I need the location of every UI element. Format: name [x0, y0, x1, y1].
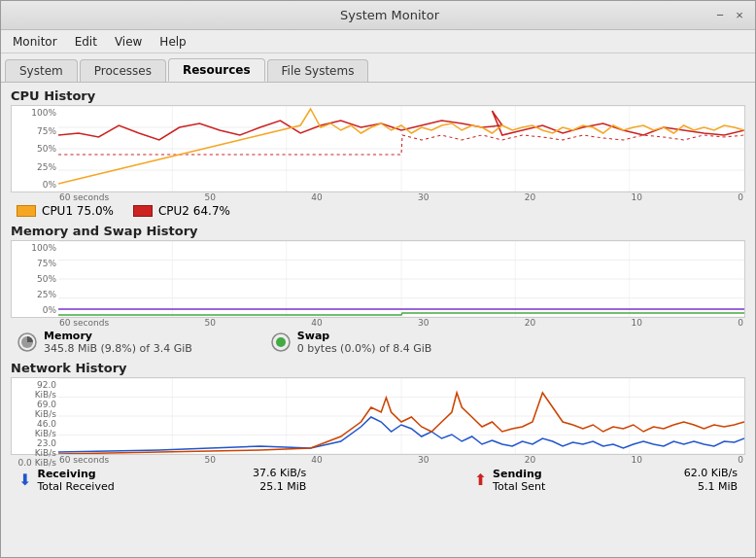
- network-y-labels: 92.0 KiB/s 69.0 KiB/s 46.0 KiB/s 23.0 Ki…: [12, 378, 58, 454]
- close-button[interactable]: ×: [732, 8, 747, 23]
- cpu1-color-box: [17, 205, 36, 217]
- swap-legend-item: Swap 0 bytes (0.0%) of 8.4 GiB: [270, 330, 432, 355]
- network-x-labels: 60 seconds 50 40 30 20 10 0: [57, 455, 745, 465]
- cpu-x-50: 50: [204, 192, 215, 202]
- cpu-y-50: 50%: [14, 144, 56, 154]
- cpu-y-labels: 100% 75% 50% 25% 0%: [12, 106, 58, 192]
- cpu-chart-area: [58, 106, 744, 192]
- net-x-40: 40: [311, 455, 322, 465]
- swap-sublabel: 0 bytes (0.0%) of 8.4 GiB: [297, 342, 432, 355]
- swap-icon: [270, 331, 292, 353]
- sending-icon: ⬆: [474, 471, 487, 489]
- cpu1-legend-item: CPU1 75.0%: [17, 204, 114, 218]
- tab-filesystems[interactable]: File Systems: [267, 59, 369, 82]
- net-x-10: 10: [631, 455, 641, 465]
- window-title: System Monitor: [67, 8, 712, 22]
- mem-y-25: 25%: [14, 290, 56, 299]
- receiving-icon: ⬇: [18, 471, 31, 489]
- cpu2-color-box: [133, 205, 153, 217]
- menu-bar: Monitor Edit View Help: [1, 30, 755, 53]
- network-section: Network History 92.0 KiB/s 69.0 KiB/s 46…: [11, 361, 745, 495]
- cpu2-legend-item: CPU2 64.7%: [133, 204, 230, 218]
- mem-x-30: 30: [418, 318, 429, 328]
- network-chart-svg: [58, 378, 744, 454]
- mem-x-40: 40: [311, 318, 322, 328]
- memory-chart-svg: [58, 241, 744, 317]
- memory-y-labels: 100% 75% 50% 25% 0%: [12, 241, 58, 317]
- cpu1-label: CPU1 75.0%: [42, 204, 114, 218]
- memory-section: Memory and Swap History 100% 75% 50% 25%…: [11, 224, 745, 357]
- memory-x-labels: 60 seconds 50 40 30 20 10 0: [57, 318, 745, 328]
- network-chart: 92.0 KiB/s 69.0 KiB/s 46.0 KiB/s 23.0 Ki…: [11, 377, 745, 455]
- net-y-69: 69.0 KiB/s: [14, 400, 56, 419]
- main-window: System Monitor − × Monitor Edit View Hel…: [0, 0, 756, 558]
- mem-y-75: 75%: [14, 259, 56, 268]
- memory-label: Memory: [44, 330, 192, 342]
- network-legend: ⬇ Receiving Total Received 37.6 KiB/s 25…: [11, 465, 745, 495]
- mem-y-0: 0%: [14, 305, 56, 315]
- cpu-x-20: 20: [525, 192, 535, 202]
- mem-x-50: 50: [204, 318, 215, 328]
- mem-y-50: 50%: [14, 274, 56, 284]
- memory-chart-area: [58, 241, 744, 317]
- tab-processes[interactable]: Processes: [80, 59, 166, 82]
- cpu-chart: 100% 75% 50% 25% 0%: [11, 105, 745, 192]
- network-section-title: Network History: [11, 361, 745, 375]
- receiving-legend: ⬇ Receiving Total Received: [18, 468, 115, 493]
- window-controls: − ×: [712, 8, 747, 23]
- receiving-label: Receiving: [37, 468, 114, 480]
- net-x-60: 60 seconds: [59, 455, 109, 465]
- receiving-values: 37.6 KiB/s 25.1 MiB: [253, 467, 306, 493]
- mem-x-20: 20: [525, 318, 535, 328]
- mem-x-10: 10: [631, 318, 641, 328]
- menu-edit[interactable]: Edit: [67, 33, 105, 51]
- net-y-23: 23.0 KiB/s: [14, 438, 56, 458]
- cpu-x-60: 60 seconds: [59, 192, 109, 202]
- net-x-0: 0: [738, 455, 743, 465]
- memory-sublabel: 345.8 MiB (9.8%) of 3.4 GiB: [44, 342, 192, 355]
- net-x-30: 30: [418, 455, 429, 465]
- receiving-rate: 37.6 KiB/s: [253, 467, 306, 479]
- total-sent-label: Total Sent: [493, 480, 545, 493]
- mem-y-100: 100%: [14, 243, 56, 253]
- sending-rate: 62.0 KiB/s: [684, 467, 738, 479]
- tab-system[interactable]: System: [5, 59, 78, 82]
- net-x-50: 50: [204, 455, 215, 465]
- tab-bar: System Processes Resources File Systems: [1, 53, 755, 83]
- cpu-section-title: CPU History: [11, 88, 745, 103]
- net-y-46: 46.0 KiB/s: [14, 419, 56, 438]
- cpu-chart-svg: [58, 106, 744, 192]
- cpu2-label: CPU2 64.7%: [158, 204, 230, 218]
- total-sent: 5.1 MiB: [698, 480, 738, 493]
- sending-label: Sending: [493, 468, 545, 480]
- swap-label: Swap: [297, 330, 432, 342]
- cpu-y-100: 100%: [14, 108, 56, 118]
- cpu-x-0: 0: [738, 192, 743, 202]
- total-received: 25.1 MiB: [259, 480, 306, 493]
- cpu-legend: CPU1 75.0% CPU2 64.7%: [11, 202, 745, 220]
- minimize-button[interactable]: −: [712, 8, 728, 23]
- net-y-92: 92.0 KiB/s: [14, 380, 56, 400]
- title-bar: System Monitor − ×: [1, 1, 755, 30]
- tab-resources[interactable]: Resources: [168, 58, 265, 82]
- cpu-x-40: 40: [311, 192, 322, 202]
- cpu-x-30: 30: [418, 192, 429, 202]
- memory-section-title: Memory and Swap History: [11, 224, 745, 238]
- menu-help[interactable]: Help: [152, 33, 193, 51]
- memory-icon: [17, 331, 38, 353]
- cpu-y-0: 0%: [14, 180, 56, 190]
- mem-x-60: 60 seconds: [59, 318, 109, 328]
- sending-legend: ⬆ Sending Total Sent: [474, 468, 546, 493]
- svg-point-23: [276, 337, 286, 347]
- menu-monitor[interactable]: Monitor: [5, 33, 65, 51]
- total-received-label: Total Received: [37, 480, 114, 493]
- main-content: CPU History 100% 75% 50% 25% 0%: [1, 83, 755, 557]
- memory-chart: 100% 75% 50% 25% 0%: [11, 240, 745, 318]
- sending-values: 62.0 KiB/s 5.1 MiB: [684, 467, 738, 493]
- cpu-y-75: 75%: [14, 126, 56, 136]
- mem-x-0: 0: [738, 318, 743, 328]
- network-chart-area: [58, 378, 744, 454]
- memory-legend-item: Memory 345.8 MiB (9.8%) of 3.4 GiB: [17, 330, 192, 355]
- cpu-x-10: 10: [631, 192, 641, 202]
- menu-view[interactable]: View: [107, 33, 150, 51]
